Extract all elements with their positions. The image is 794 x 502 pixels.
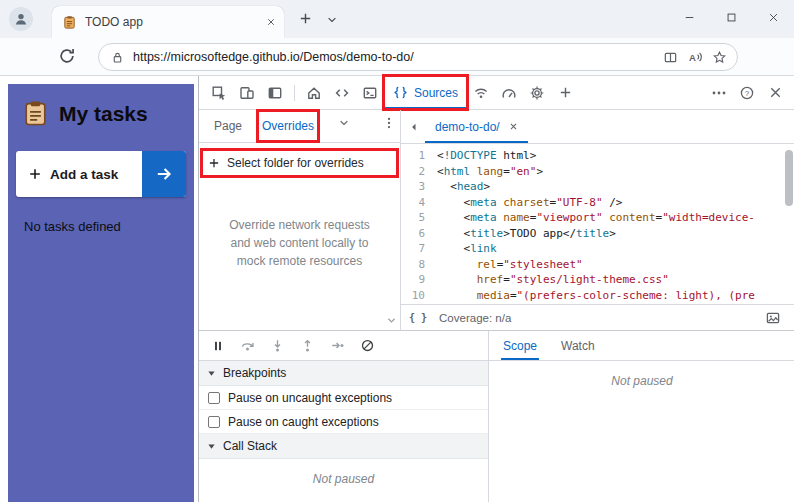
tab-title: TODO app: [85, 15, 266, 29]
image-icon[interactable]: [759, 305, 787, 331]
notepad-icon: [22, 100, 49, 127]
submit-task-button[interactable]: [142, 151, 186, 197]
minimize-button[interactable]: [668, 0, 710, 34]
pause-uncaught-row: Pause on uncaught exceptions: [199, 386, 488, 410]
performance-icon[interactable]: [495, 80, 523, 106]
deactivate-breakpoints-icon[interactable]: [360, 338, 375, 353]
code-editor[interactable]: 12345678910 <!DOCTYPE html><html lang="e…: [401, 144, 794, 304]
code-lines[interactable]: <!DOCTYPE html><html lang="en"> <head> <…: [431, 144, 794, 304]
debugger-sidebar: Breakpoints Pause on uncaught exceptions…: [199, 330, 794, 502]
overrides-empty-text: Override network requests and web conten…: [221, 216, 378, 270]
tab-sources[interactable]: Sources: [384, 76, 467, 109]
tab-page[interactable]: Page: [209, 110, 247, 142]
editor-scrollbar-thumb[interactable]: [785, 150, 793, 206]
window-controls: [668, 0, 794, 38]
elements-code-icon[interactable]: [328, 80, 356, 106]
debugger-left-pane: Breakpoints Pause on uncaught exceptions…: [199, 331, 489, 502]
pause-uncaught-checkbox[interactable]: [208, 392, 220, 404]
scope-tab-bar: Scope Watch: [489, 331, 794, 361]
file-tab-close-icon[interactable]: [509, 122, 518, 131]
address-bar[interactable]: https://microsoftedge.github.io/Demos/de…: [98, 43, 738, 71]
add-tools-plus-icon[interactable]: [551, 80, 579, 106]
console-icon[interactable]: [356, 80, 384, 106]
home-icon[interactable]: [300, 80, 328, 106]
code-gutter[interactable]: 12345678910: [401, 144, 431, 304]
step-into-icon[interactable]: [270, 338, 285, 353]
help-icon[interactable]: ?: [733, 80, 761, 106]
page-title: My tasks: [59, 102, 148, 126]
breakpoints-title: Breakpoints: [223, 366, 286, 380]
tasks-sidebar: My tasks Add a task No tasks defined: [8, 84, 194, 502]
pretty-print-icon[interactable]: { }: [409, 312, 427, 323]
browser-window: TODO app https://microsoftedge.github.io…: [0, 0, 794, 502]
person-icon: [13, 11, 29, 27]
sources-editor-pane: demo-to-do/ 12345678910 <!DOCTYPE html><…: [401, 110, 794, 330]
triangle-down-icon: [207, 369, 216, 378]
editor-status-bar: { } Coverage: n/a: [401, 304, 794, 330]
dock-side-icon[interactable]: [261, 80, 289, 106]
lock-icon[interactable]: [111, 51, 124, 64]
tab-watch[interactable]: Watch: [559, 331, 597, 360]
pause-uncaught-label: Pause on uncaught exceptions: [228, 391, 392, 405]
url-text[interactable]: https://microsoftedge.github.io/Demos/de…: [133, 50, 654, 64]
profile-button[interactable]: [9, 7, 33, 31]
network-icon[interactable]: [467, 80, 495, 106]
debugger-right-pane: Scope Watch Not paused: [489, 331, 794, 502]
favorites-star-icon[interactable]: [712, 50, 727, 65]
empty-tasks-message: No tasks defined: [24, 219, 194, 234]
title-bar: TODO app: [0, 0, 794, 38]
coverage-status: Coverage: n/a: [439, 312, 511, 324]
scope-status: Not paused: [489, 374, 794, 388]
sources-tab-label: Sources: [414, 86, 458, 100]
browser-tab[interactable]: TODO app: [52, 6, 284, 38]
window-content: My tasks Add a task No tasks defined: [0, 76, 794, 502]
kebab-menu-icon[interactable]: [378, 110, 400, 136]
tab-close-icon[interactable]: [266, 17, 276, 27]
navigator-toggle-icon[interactable]: [403, 114, 425, 140]
tab-overrides[interactable]: Overrides: [257, 110, 319, 142]
close-devtools-icon[interactable]: [761, 80, 789, 106]
new-tab-button[interactable]: [298, 11, 313, 26]
gear-icon[interactable]: [523, 80, 551, 106]
arrow-right-icon: [155, 165, 173, 183]
editor-tab-bar: demo-to-do/: [401, 110, 794, 144]
plus-icon: [28, 167, 42, 181]
pause-caught-label: Pause on caught exceptions: [228, 415, 379, 429]
step-icon[interactable]: [330, 338, 345, 353]
add-task-label: Add a task: [50, 167, 142, 182]
add-task-button[interactable]: Add a task: [16, 151, 186, 197]
inspect-icon[interactable]: [205, 80, 233, 106]
device-emulation-icon[interactable]: [233, 80, 261, 106]
toolbar-divider: [294, 85, 295, 101]
step-out-icon[interactable]: [300, 338, 315, 353]
step-over-icon[interactable]: [240, 338, 255, 353]
file-tab-demo-to-do[interactable]: demo-to-do/: [425, 110, 528, 143]
select-folder-label: Select folder for overrides: [227, 156, 364, 170]
plus-icon: [208, 157, 220, 169]
file-tab-label: demo-to-do/: [435, 120, 500, 134]
tab-list-chevron-icon[interactable]: [326, 14, 338, 26]
chevron-down-icon[interactable]: [333, 110, 355, 136]
read-aloud-icon[interactable]: A: [687, 49, 703, 65]
refresh-icon[interactable]: [58, 47, 76, 65]
devtools-activity-bar: Sources ?: [199, 76, 794, 110]
breakpoints-section-header[interactable]: Breakpoints: [199, 361, 488, 386]
pause-caught-checkbox[interactable]: [208, 416, 220, 428]
triangle-down-icon: [207, 442, 216, 451]
call-stack-section-header[interactable]: Call Stack: [199, 434, 488, 459]
close-window-button[interactable]: [752, 0, 794, 34]
split-screen-icon[interactable]: [663, 50, 678, 65]
sources-navigator-pane: Page Overrides Select folder for overrid…: [199, 110, 401, 330]
more-options-icon[interactable]: [705, 80, 733, 106]
scroll-down-icon[interactable]: [386, 315, 397, 326]
navigator-tab-bar: Page Overrides: [199, 110, 400, 143]
call-stack-title: Call Stack: [223, 439, 277, 453]
favicon-notepad-icon: [62, 15, 77, 30]
select-folder-button[interactable]: Select folder for overrides: [204, 152, 395, 174]
page-viewport: My tasks Add a task No tasks defined: [0, 76, 198, 502]
call-stack-status: Not paused: [199, 472, 488, 486]
browser-toolbar: https://microsoftedge.github.io/Demos/de…: [0, 38, 794, 76]
maximize-button[interactable]: [710, 0, 752, 34]
tab-scope[interactable]: Scope: [501, 331, 539, 360]
pause-icon[interactable]: [211, 339, 225, 353]
